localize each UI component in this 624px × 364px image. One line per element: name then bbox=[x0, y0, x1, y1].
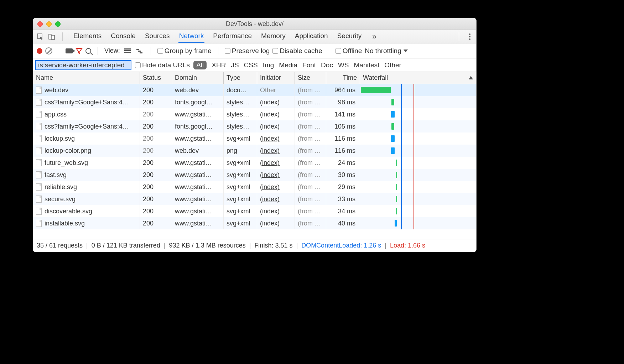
request-initiator[interactable]: (index) bbox=[260, 220, 280, 227]
request-time: 30 ms bbox=[326, 169, 360, 181]
column-header-name[interactable]: Name bbox=[33, 72, 140, 84]
request-row[interactable]: fast.svg200www.gstati…svg+xml(index)(fro… bbox=[33, 169, 476, 181]
domcontentloaded-time: DOMContentLoaded: 1.26 s bbox=[301, 242, 381, 249]
group-by-frame-checkbox[interactable]: Group by frame bbox=[157, 47, 212, 55]
column-header-initiator[interactable]: Initiator bbox=[257, 72, 295, 84]
preserve-log-checkbox[interactable]: Preserve log bbox=[225, 47, 270, 55]
request-initiator[interactable]: (index) bbox=[260, 147, 280, 155]
column-header-time[interactable]: Time bbox=[326, 72, 360, 84]
screenshots-icon[interactable] bbox=[66, 48, 73, 53]
request-row[interactable]: css?family=Google+Sans:4…200fonts.googl…… bbox=[33, 120, 476, 132]
tab-sources[interactable]: Sources bbox=[144, 30, 171, 43]
settings-menu-icon[interactable] bbox=[466, 33, 473, 40]
request-initiator[interactable]: (index) bbox=[260, 183, 280, 191]
request-name: future_web.svg bbox=[45, 159, 88, 167]
file-icon bbox=[36, 183, 42, 191]
file-icon bbox=[36, 196, 42, 203]
request-time: 34 ms bbox=[326, 205, 360, 217]
tab-security[interactable]: Security bbox=[337, 30, 363, 43]
request-initiator[interactable]: (index) bbox=[260, 99, 280, 106]
file-icon bbox=[36, 171, 42, 178]
filter-type-js[interactable]: JS bbox=[231, 61, 239, 69]
filter-type-other[interactable]: Other bbox=[384, 61, 401, 69]
offline-checkbox[interactable]: Offline bbox=[336, 47, 362, 55]
waterfall-cell bbox=[360, 96, 476, 108]
filter-type-xhr[interactable]: XHR bbox=[212, 61, 226, 69]
large-rows-icon[interactable] bbox=[123, 47, 132, 54]
request-initiator[interactable]: (index) bbox=[260, 159, 280, 167]
column-header-size[interactable]: Size bbox=[295, 72, 326, 84]
request-initiator[interactable]: (index) bbox=[260, 123, 280, 130]
waterfall-cell bbox=[360, 181, 476, 193]
column-header-domain[interactable]: Domain bbox=[172, 72, 224, 84]
tab-performance[interactable]: Performance bbox=[212, 30, 253, 43]
request-initiator[interactable]: (index) bbox=[260, 208, 280, 215]
request-row[interactable]: secure.svg200www.gstati…svg+xml(index)(f… bbox=[33, 193, 476, 205]
request-initiator[interactable]: (index) bbox=[260, 111, 280, 118]
request-row[interactable]: lockup-color.png200web.devpng(index)(fro… bbox=[33, 145, 476, 157]
tab-console[interactable]: Console bbox=[110, 30, 136, 43]
request-domain: web.dev bbox=[172, 84, 224, 96]
waterfall-cell bbox=[360, 145, 476, 157]
request-status: 200 bbox=[140, 205, 172, 217]
timing-bar bbox=[391, 99, 394, 105]
request-row[interactable]: css?family=Google+Sans:4…200fonts.googl…… bbox=[33, 96, 476, 108]
request-initiator[interactable]: (index) bbox=[260, 196, 280, 203]
network-toolbar: View: Group by frame Preserve log Disabl… bbox=[33, 43, 476, 58]
request-type: styles… bbox=[224, 96, 257, 108]
filter-input[interactable] bbox=[35, 60, 131, 70]
record-button[interactable] bbox=[37, 48, 42, 54]
filter-toggle-icon[interactable] bbox=[76, 47, 83, 54]
request-row[interactable]: app.css200www.gstati…styles…(index)(from… bbox=[33, 108, 476, 120]
request-domain: www.gstati… bbox=[172, 169, 224, 181]
domcontentloaded-line bbox=[401, 169, 402, 181]
device-toolbar-icon[interactable] bbox=[47, 32, 56, 41]
waterfall-cell bbox=[360, 120, 476, 132]
tab-network[interactable]: Network bbox=[178, 30, 205, 43]
request-row[interactable]: web.dev200web.devdocu…Other(from …964 ms bbox=[33, 84, 476, 96]
filter-type-css[interactable]: CSS bbox=[244, 61, 258, 69]
filter-type-all[interactable]: All bbox=[193, 61, 207, 69]
file-icon bbox=[36, 208, 42, 215]
column-header-type[interactable]: Type bbox=[224, 72, 257, 84]
load-line bbox=[414, 132, 414, 145]
request-domain: fonts.googl… bbox=[172, 120, 224, 132]
more-tabs-icon[interactable]: » bbox=[370, 32, 379, 41]
load-line bbox=[414, 169, 414, 181]
request-row[interactable]: reliable.svg200www.gstati…svg+xml(index)… bbox=[33, 181, 476, 193]
request-time: 24 ms bbox=[326, 157, 360, 169]
filter-type-font[interactable]: Font bbox=[302, 61, 316, 69]
request-type: svg+xml bbox=[224, 132, 257, 145]
column-header-status[interactable]: Status bbox=[140, 72, 172, 84]
svg-rect-3 bbox=[124, 48, 131, 50]
domcontentloaded-line bbox=[401, 181, 402, 193]
filter-type-doc[interactable]: Doc bbox=[321, 61, 333, 69]
request-row[interactable]: lockup.svg200www.gstati…svg+xml(index)(f… bbox=[33, 132, 476, 145]
request-row[interactable]: installable.svg200www.gstati…svg+xml(ind… bbox=[33, 217, 476, 229]
filter-type-ws[interactable]: WS bbox=[338, 61, 349, 69]
tab-memory[interactable]: Memory bbox=[260, 30, 286, 43]
hide-data-urls-checkbox[interactable]: Hide data URLs bbox=[135, 61, 190, 69]
request-row[interactable]: future_web.svg200www.gstati…svg+xml(inde… bbox=[33, 157, 476, 169]
request-row[interactable]: discoverable.svg200www.gstati…svg+xml(in… bbox=[33, 205, 476, 217]
filter-type-img[interactable]: Img bbox=[263, 61, 274, 69]
inspect-icon[interactable] bbox=[36, 32, 45, 41]
search-icon[interactable] bbox=[85, 48, 91, 54]
request-status: 200 bbox=[140, 96, 172, 108]
filter-type-manifest[interactable]: Manifest bbox=[354, 61, 380, 69]
clear-button[interactable] bbox=[45, 47, 52, 54]
load-line bbox=[414, 108, 414, 120]
disable-cache-checkbox[interactable]: Disable cache bbox=[272, 47, 322, 55]
request-size: (from … bbox=[295, 217, 326, 229]
filter-type-media[interactable]: Media bbox=[279, 61, 297, 69]
overview-icon[interactable] bbox=[135, 47, 144, 54]
tab-application[interactable]: Application bbox=[294, 30, 329, 43]
tab-elements[interactable]: Elements bbox=[73, 30, 102, 43]
request-initiator[interactable]: (index) bbox=[260, 135, 280, 142]
transferred-summary: 0 B / 121 KB transferred bbox=[92, 242, 160, 249]
timing-bar bbox=[396, 196, 397, 202]
request-status: 200 bbox=[140, 157, 172, 169]
column-header-waterfall[interactable]: Waterfall bbox=[360, 72, 476, 84]
request-initiator[interactable]: (index) bbox=[260, 171, 280, 179]
throttling-select[interactable]: No throttling bbox=[365, 47, 407, 55]
